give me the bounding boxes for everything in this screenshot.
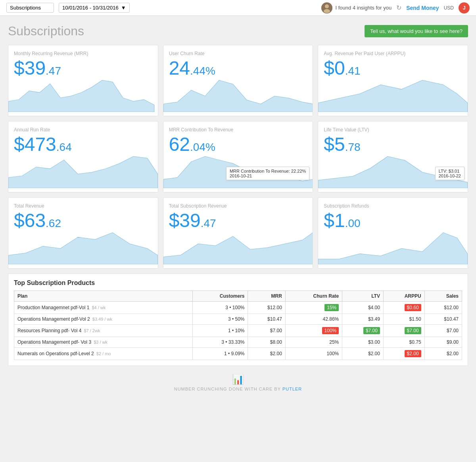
metric-value: $63.62 — [14, 211, 152, 230]
ltv-cell: $2.00 — [342, 348, 384, 360]
plan-cell: Resources Planning pdf- Vol 4$7 / 2wk — [14, 325, 193, 337]
plan-price: $4 / wk — [92, 305, 106, 310]
date-range-label: 10/01/2016 - 10/31/2016 — [62, 5, 119, 11]
subscriptions-table: PlanCustomersMRRChurn RateLTVARPPUSales … — [14, 291, 462, 360]
table-header: MRR — [248, 291, 285, 302]
churn-cell: 42.86% — [285, 314, 342, 325]
ltv-cell: $3.00 — [342, 337, 384, 348]
plan-price: $3 / wk — [94, 340, 107, 345]
metric-value-small: .41 — [345, 65, 361, 77]
mrr-cell: $2.00 — [248, 348, 285, 360]
metric-value-big: $5 — [324, 134, 345, 155]
sales-cell: $2.00 — [424, 348, 462, 360]
metric-value: $1.00 — [324, 211, 462, 230]
badge-red: $0.60 — [405, 304, 421, 311]
arppu-cell: $0.75 — [383, 337, 424, 348]
sales-cell: $12.00 — [424, 302, 462, 314]
feedback-button[interactable]: Tell us, what would you like to see here… — [365, 25, 468, 37]
customers-cell: 3 • 50% — [192, 314, 248, 325]
table-row[interactable]: Operations Management pdf- Vol 3$3 / wk3… — [14, 337, 462, 348]
arppu-cell: $7.00 — [383, 325, 424, 337]
sales-cell: $9.00 — [424, 337, 462, 348]
churn-cell: 15% — [285, 302, 342, 314]
insights-avatar — [321, 2, 332, 13]
plan-name: Operations Management pdf- Vol 3 — [17, 339, 91, 345]
metric-chart — [163, 76, 313, 116]
plan-price: $7 / 2wk — [84, 328, 100, 333]
plan-price: $2 / mo — [96, 351, 111, 356]
metric-chart: MRR Contribution To Revenue: 22.22%2016-… — [163, 152, 313, 192]
badge-red: $2.00 — [405, 350, 421, 357]
metric-value-small: .62 — [46, 217, 61, 229]
metric-value-big: $1 — [324, 210, 345, 231]
badge-green: $7.00 — [363, 327, 380, 334]
metric-value: $5.78 — [324, 135, 462, 154]
table-header: Sales — [424, 291, 462, 302]
metric-value-big: $0 — [324, 58, 345, 79]
refresh-icon[interactable]: ↻ — [396, 4, 401, 12]
metric-value-small: .47 — [46, 65, 61, 77]
insights-text: I found 4 insights for you — [336, 5, 392, 11]
metric-label: Total Subscription Revenue — [169, 203, 307, 209]
page-content: Subscriptions Tell us, what would you li… — [0, 16, 476, 403]
metric-card-arppu[interactable]: Avg. Revenue Per Paid User (ARPPU) $0.41 — [318, 45, 468, 116]
metric-value: $39.47 — [14, 59, 152, 78]
metric-value-big: $63 — [14, 210, 46, 231]
metric-value: $473.64 — [14, 135, 152, 154]
user-avatar[interactable]: J — [459, 2, 470, 13]
plan-price: $3.49 / wk — [92, 317, 112, 321]
ltv-cell: $3.49 — [342, 314, 384, 325]
metric-card-mrr[interactable]: Monthly Recurring Revenue (MRR) $39.47 — [8, 45, 158, 116]
table-section: Top Subscription Products PlanCustomersM… — [8, 273, 468, 366]
metric-card-totalrev[interactable]: Total Revenue $63.62 — [8, 197, 158, 269]
topbar: Subscriptions Revenue Products 10/01/201… — [0, 0, 476, 16]
metric-card-ltv[interactable]: Life Time Value (LTV) $5.78 LTV: $3.0120… — [318, 121, 468, 192]
metric-card-arr[interactable]: Annual Run Rate $473.64 — [8, 121, 158, 192]
plan-name: Operations Management pdf-Vol 2 — [17, 316, 90, 322]
mrr-cell: $12.00 — [248, 302, 285, 314]
metric-chart — [8, 229, 158, 268]
metrics-grid: Monthly Recurring Revenue (MRR) $39.47 U… — [8, 45, 468, 269]
metric-card-refunds[interactable]: Subscription Refunds $1.00 — [318, 197, 468, 269]
metric-value: 24.44% — [169, 59, 307, 78]
metric-chart — [8, 76, 158, 116]
currency-label: USD — [444, 5, 454, 11]
metric-chart: LTV: $3.012016-10-22 — [318, 152, 468, 192]
badge-red: 100% — [322, 327, 339, 334]
arppu-cell: $1.50 — [383, 314, 424, 325]
customers-cell: 3 • 100% — [192, 302, 248, 314]
metric-value-small: .47 — [201, 217, 216, 229]
table-header: Customers — [192, 291, 248, 302]
dashboard-dropdown[interactable]: Subscriptions Revenue Products — [6, 3, 54, 13]
arppu-cell: $0.60 — [383, 302, 424, 314]
customers-cell: 1 • 9.09% — [192, 348, 248, 360]
table-row[interactable]: Resources Planning pdf- Vol 4$7 / 2wk1 •… — [14, 325, 462, 337]
sales-cell: $10.47 — [424, 314, 462, 325]
footer-brand[interactable]: PUTLER — [282, 387, 302, 391]
churn-cell: 25% — [285, 337, 342, 348]
metric-value-big: $39 — [14, 58, 46, 79]
metric-card-subrev[interactable]: Total Subscription Revenue $39.47 — [163, 197, 313, 269]
mrr-cell: $7.00 — [248, 325, 285, 337]
table-row[interactable]: Numerals on Operations pdf-Level 2$2 / m… — [14, 348, 462, 360]
metric-card-mrrcontrib[interactable]: MRR Contribution To Revenue 62.04% MRR C… — [163, 121, 313, 192]
insights-section: I found 4 insights for you — [321, 2, 392, 13]
date-range-button[interactable]: 10/01/2016 - 10/31/2016 ▼ — [59, 3, 130, 13]
table-row[interactable]: Production Managemnet pdf-Vol 1$4 / wk3 … — [14, 302, 462, 314]
send-money-button[interactable]: Send Money — [406, 5, 439, 11]
metric-card-churn[interactable]: User Churn Rate 24.44% — [163, 45, 313, 116]
badge-green: 15% — [324, 304, 339, 311]
metric-label: User Churn Rate — [169, 51, 307, 56]
customers-cell: 1 • 10% — [192, 325, 248, 337]
table-title: Top Subscription Products — [14, 279, 462, 287]
mrr-cell: $8.00 — [248, 337, 285, 348]
plan-cell: Operations Management pdf-Vol 2$3.49 / w… — [14, 314, 193, 325]
table-row[interactable]: Operations Management pdf-Vol 2$3.49 / w… — [14, 314, 462, 325]
metric-chart — [163, 229, 313, 268]
table-header: LTV — [342, 291, 384, 302]
plan-cell: Numerals on Operations pdf-Level 2$2 / m… — [14, 348, 193, 360]
chart-tooltip: MRR Contribution To Revenue: 22.22%2016-… — [226, 167, 309, 180]
metric-chart — [318, 229, 468, 268]
metric-label: Life Time Value (LTV) — [324, 127, 462, 133]
table-header: Churn Rate — [285, 291, 342, 302]
